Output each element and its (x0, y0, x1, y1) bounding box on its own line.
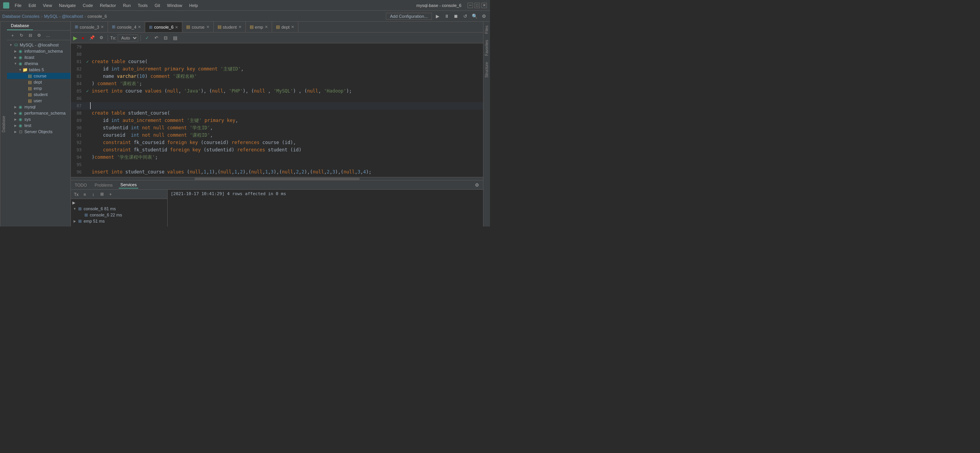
menu-navigate[interactable]: Navigate (56, 2, 79, 9)
rerun-icon[interactable]: ↺ (461, 12, 469, 20)
tab-icon: ▤ (250, 24, 254, 29)
sidebar-add-icon[interactable]: ＋ (9, 31, 16, 39)
tree-mysql[interactable]: ▶ ◉ mysql (7, 104, 70, 110)
run-button[interactable]: ▶ (73, 35, 77, 41)
services-group-icon[interactable]: ⊞ (98, 190, 106, 198)
right-tab-favorites[interactable]: Favorites (484, 38, 490, 58)
menu-tools[interactable]: Tools (135, 2, 151, 9)
undo-icon[interactable]: ↶ (152, 34, 160, 42)
menu-git[interactable]: Git (152, 2, 163, 9)
tree-itcast[interactable]: ▶ ◉ itcast (7, 54, 70, 60)
tab-course[interactable]: ▤ course ✕ (182, 22, 213, 32)
code-line-86: 86 (71, 95, 483, 102)
tree-server-objects[interactable]: ▶ ⊡ Server Objects (7, 129, 70, 135)
pin-icon[interactable]: 📌 (88, 34, 96, 42)
right-tab-structure[interactable]: Structure (484, 60, 490, 80)
results-icon[interactable]: ▤ (171, 34, 179, 42)
tab-close-icon[interactable]: ✕ (175, 25, 178, 29)
tab-todo[interactable]: TODO (73, 182, 89, 188)
tab-close-icon[interactable]: ✕ (291, 25, 294, 29)
tab-console4[interactable]: ⊞ console_4 ✕ (108, 22, 145, 32)
tab-close-icon[interactable]: ✕ (265, 25, 268, 29)
right-tab-files[interactable]: Files (484, 23, 490, 36)
code-line-90: 90 studentid int not null comment '学生ID'… (71, 124, 483, 132)
tab-emp[interactable]: ▤ emp ✕ (246, 22, 272, 32)
code-line-79: 79 (71, 43, 483, 51)
services-item-console6-sub[interactable]: ⊞ console_6 22 ms (71, 212, 167, 218)
add-configuration-button[interactable]: Add Configuration... (386, 13, 432, 20)
tree-information-schema[interactable]: ▶ ◉ information_schema (7, 48, 70, 54)
tree-tables-folder[interactable]: ▼ 📁 tables 5 (7, 67, 70, 73)
tree-itheima[interactable]: ▼ ◉ itheima (7, 60, 70, 67)
services-filter-icon[interactable]: ≡ (81, 190, 89, 198)
tab-student[interactable]: ▤ student ✕ (214, 22, 246, 32)
services-item-console6[interactable]: ▼ ⊞ console_6 81 ms (71, 206, 167, 212)
tree-test[interactable]: ▶ ◉ test (7, 122, 70, 129)
code-line-93: 93 constraint fk_studentid foreign key (… (71, 146, 483, 154)
tree-table-student[interactable]: ▤ student (7, 91, 70, 98)
services-item-emp[interactable]: ▶ ⊞ emp 51 ms (71, 218, 167, 224)
services-sort-icon[interactable]: ↕ (89, 190, 97, 198)
menu-code[interactable]: Code (80, 2, 96, 9)
menu-edit[interactable]: Edit (26, 2, 39, 9)
tab-console3[interactable]: ⊞ console_3 ✕ (71, 22, 108, 32)
pause-icon[interactable]: ⏸ (443, 12, 451, 20)
bottom-panel: TODO Problems Services ⚙ Tx ≡ ↕ ⊞ ＋ (71, 180, 483, 226)
run-icon[interactable]: ▶ (433, 12, 441, 20)
success-icon: ✓ (86, 88, 89, 94)
tree-table-emp[interactable]: ▤ emp (7, 85, 70, 91)
settings-icon[interactable]: ⚙ (480, 12, 488, 20)
format-icon[interactable]: ⚙ (98, 34, 105, 42)
services-sidebar: Tx ≡ ↕ ⊞ ＋ ▶ ▼ (71, 190, 168, 226)
minimize-button[interactable]: ─ (468, 3, 473, 8)
tree-performance-schema[interactable]: ▶ ◉ performance_schema (7, 110, 70, 116)
menu-help[interactable]: Help (186, 2, 201, 9)
settings-icon[interactable]: ⚙ (473, 181, 481, 189)
tree-mysql-localhost[interactable]: ▼ ⛁ MySQL - @localhost (7, 42, 70, 48)
tab-console6[interactable]: ⊞ console_6 ✕ (145, 22, 182, 32)
menu-refactor[interactable]: Refactor (97, 2, 119, 9)
tree-sys[interactable]: ▶ ◉ sys (7, 116, 70, 122)
tab-icon: ⊞ (112, 24, 115, 29)
code-editor[interactable]: 79 80 81 ✓ create table course( 82 id in… (71, 43, 483, 177)
tx-dropdown[interactable]: Auto (118, 34, 138, 41)
tab-close-icon[interactable]: ✕ (138, 25, 141, 29)
table-icon: ▤ (27, 98, 33, 103)
checkmark-icon[interactable]: ✓ (143, 34, 151, 42)
stop-icon[interactable]: ⏹ (452, 12, 460, 20)
breadcrumb-mysql-localhost[interactable]: MySQL - @localhost (44, 14, 83, 19)
tab-close-icon[interactable]: ✕ (101, 25, 104, 29)
menu-run[interactable]: Run (120, 2, 134, 9)
code-line-81: 81 ✓ create table course( (71, 58, 483, 65)
table-view-icon[interactable]: ⊟ (162, 34, 170, 42)
services-add-icon[interactable]: ＋ (106, 190, 114, 198)
tab-close-icon[interactable]: ✕ (206, 25, 209, 29)
tab-close-icon[interactable]: ✕ (238, 25, 242, 29)
menu-window[interactable]: Window (164, 2, 185, 9)
table-icon: ▤ (27, 79, 33, 85)
tab-services[interactable]: Services (119, 182, 138, 189)
tab-problems[interactable]: Problems (93, 182, 114, 188)
code-line-82: 82 id int auto_increment primary key com… (71, 65, 483, 73)
server-objects-icon: ⊡ (18, 129, 23, 134)
tree-table-user[interactable]: ▤ user (7, 98, 70, 104)
tree-table-dept[interactable]: ▤ dept (7, 79, 70, 85)
sidebar-filter-icon[interactable]: ⊟ (26, 31, 34, 39)
sidebar-sync-icon[interactable]: ↻ (17, 31, 25, 39)
menu-view[interactable]: View (40, 2, 55, 9)
expand-arrow-icon: ▼ (9, 43, 13, 47)
app-icon (3, 2, 9, 9)
search-icon[interactable]: 🔍 (471, 12, 478, 20)
tree-table-course[interactable]: ▤ course (7, 73, 70, 79)
tab-dept[interactable]: ▤ dept ✕ (272, 22, 298, 32)
services-output: [2021-10-17 10:41:29] 4 rows affected in… (168, 190, 483, 226)
menu-file[interactable]: File (12, 2, 25, 9)
breadcrumb-database-consoles[interactable]: Database Consoles (2, 14, 39, 19)
close-button[interactable]: ✕ (481, 3, 487, 8)
sidebar-tab-database[interactable]: Database (7, 22, 33, 30)
maximize-button[interactable]: □ (475, 3, 480, 8)
sidebar-gear-icon[interactable]: ⚙ (35, 31, 43, 39)
services-tx-icon[interactable]: Tx (72, 190, 80, 198)
stop-execution-icon[interactable]: ● (79, 34, 87, 42)
sidebar-more-icon[interactable]: … (44, 31, 52, 39)
